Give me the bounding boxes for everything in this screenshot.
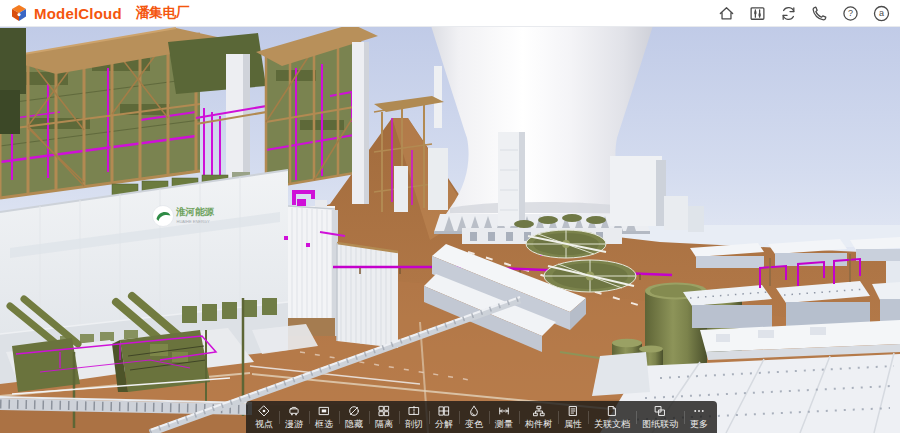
properties-icon: [567, 405, 579, 417]
toolbar-item-label: 图纸联动: [642, 419, 678, 429]
header-bar: ModelCloud 潘集电厂 ?a: [0, 0, 900, 27]
measure-icon: [498, 405, 510, 417]
svg-text:a: a: [878, 8, 884, 18]
sign-subtitle: HUAIHE ENERGY: [177, 219, 210, 224]
help-icon: ?: [842, 5, 859, 22]
toolbar-item-hide[interactable]: 隐藏: [339, 404, 369, 430]
brand: ModelCloud 潘集电厂: [10, 4, 190, 22]
home-icon: [718, 5, 735, 22]
toolbar-item-label: 漫游: [285, 419, 303, 429]
toolbar-item-isolate[interactable]: 隔离: [369, 404, 399, 430]
toolbar-item-roam[interactable]: 漫游: [279, 404, 309, 430]
toolbar-item-measure[interactable]: 测量: [489, 404, 519, 430]
panels-icon: [749, 5, 766, 22]
recolor-icon: [468, 405, 480, 417]
panels-button[interactable]: [746, 2, 768, 24]
project-name: 潘集电厂: [136, 4, 190, 22]
boxselect-icon: [318, 405, 330, 417]
toolbar-item-drawinglink[interactable]: 图纸联动: [636, 404, 684, 430]
toolbar-item-label: 隐藏: [345, 419, 363, 429]
svg-text:?: ?: [847, 8, 852, 18]
bottom-toolbar: 视点漫游框选隐藏隔离剖切分解变色测量构件树属性关联文档图纸联动更多: [246, 401, 717, 433]
toolbar-item-label: 关联文档: [594, 419, 630, 429]
toolbar-item-label: 视点: [255, 419, 273, 429]
toolbar-item-label: 分解: [435, 419, 453, 429]
contact-button[interactable]: [808, 2, 830, 24]
tree-icon: [533, 405, 545, 417]
model-viewport[interactable]: 淮河能源 HUAIHE ENERGY: [0, 0, 900, 433]
explode-icon: [438, 405, 450, 417]
toolbar-item-more[interactable]: 更多: [684, 404, 714, 430]
account-icon: a: [873, 5, 890, 22]
drawinglink-icon: [654, 405, 666, 417]
app-name: ModelCloud: [34, 5, 122, 22]
toolbar-item-label: 更多: [690, 419, 708, 429]
toolbar-item-recolor[interactable]: 变色: [459, 404, 489, 430]
section-icon: [408, 405, 420, 417]
refresh-button[interactable]: [777, 2, 799, 24]
toolbar-item-label: 隔离: [375, 419, 393, 429]
modelcloud-logo-icon: [10, 4, 28, 22]
tall-building[interactable]: [288, 192, 338, 336]
home-button[interactable]: [715, 2, 737, 24]
toolbar-item-docs[interactable]: 关联文档: [588, 404, 636, 430]
company-sign: 淮河能源 HUAIHE ENERGY: [153, 206, 215, 227]
ribbed-building[interactable]: [337, 243, 398, 348]
refresh-icon: [780, 5, 797, 22]
toolbar-item-label: 构件树: [525, 419, 552, 429]
app-window: 淮河能源 HUAIHE ENERGY: [0, 0, 900, 433]
toolbar-item-label: 属性: [564, 419, 582, 429]
toolbar-item-tree[interactable]: 构件树: [519, 404, 558, 430]
phone-icon: [811, 5, 828, 22]
toolbar-item-properties[interactable]: 属性: [558, 404, 588, 430]
viewpoint-icon: [258, 405, 270, 417]
toolbar-item-boxselect[interactable]: 框选: [309, 404, 339, 430]
hide-icon: [348, 405, 360, 417]
toolbar-item-label: 变色: [465, 419, 483, 429]
toolbar-item-label: 框选: [315, 419, 333, 429]
isolate-icon: [378, 405, 390, 417]
toolbar-item-section[interactable]: 剖切: [399, 404, 429, 430]
toolbar-item-label: 测量: [495, 419, 513, 429]
docs-icon: [606, 405, 618, 417]
more-icon: [693, 405, 705, 417]
account-button[interactable]: a: [870, 2, 892, 24]
roam-icon: [288, 405, 300, 417]
toolbar-item-viewpoint[interactable]: 视点: [249, 404, 279, 430]
toolbar-item-label: 剖切: [405, 419, 423, 429]
toolbar-item-explode[interactable]: 分解: [429, 404, 459, 430]
sign-title: 淮河能源: [175, 206, 215, 217]
header-actions: ?a: [715, 2, 892, 24]
help-button[interactable]: ?: [839, 2, 861, 24]
